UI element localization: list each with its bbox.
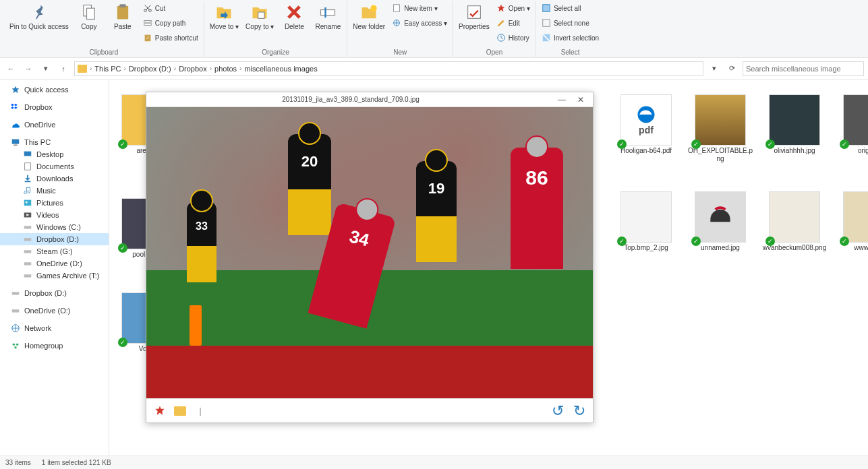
nav-documents[interactable]: Documents bbox=[0, 160, 109, 173]
rotate-cw-icon: ↻ bbox=[573, 402, 585, 420]
pin-icon bbox=[30, 3, 49, 22]
toolbar-star-button[interactable] bbox=[152, 403, 168, 419]
file-thumb[interactable]: ✓ unnamed.jpg bbox=[687, 191, 754, 252]
paste-shortcut-button[interactable]: Paste shortcut bbox=[142, 31, 200, 44]
nav-quick-access[interactable]: Quick access bbox=[0, 84, 109, 96]
jersey-number: 20 bbox=[301, 153, 318, 170]
refresh-icon: ⟳ bbox=[729, 64, 735, 72]
rotate-ccw-button[interactable]: ↺ bbox=[550, 403, 566, 419]
history-button[interactable]: History bbox=[495, 31, 531, 44]
pc-icon bbox=[11, 137, 20, 147]
file-thumb[interactable]: ✓ oliviahhhh.jpg bbox=[761, 94, 828, 155]
jersey-number: 33 bbox=[196, 220, 208, 232]
svg-point-36 bbox=[16, 344, 19, 346]
file-thumb[interactable]: ✓ original bbox=[835, 94, 868, 155]
crumb-dropbox[interactable]: Dropbox bbox=[179, 65, 207, 73]
crumb-this-pc[interactable]: This PC bbox=[94, 65, 121, 73]
drive-icon bbox=[23, 271, 32, 280]
nav-downloads[interactable]: Downloads bbox=[0, 173, 109, 185]
nav-videos[interactable]: Videos bbox=[0, 209, 109, 221]
sync-badge-icon: ✓ bbox=[765, 237, 775, 246]
svg-rect-9 bbox=[258, 12, 264, 18]
minimize-button[interactable]: — bbox=[552, 95, 571, 104]
drive-icon bbox=[11, 288, 20, 298]
file-thumb[interactable]: ✓ OH_EXPLOITABLE.png bbox=[687, 94, 754, 163]
copy-to-button[interactable]: Copy to ▾ bbox=[244, 1, 275, 44]
nav-this-pc[interactable]: This PC bbox=[0, 136, 109, 148]
search-input[interactable] bbox=[746, 65, 861, 73]
svg-rect-21 bbox=[13, 145, 17, 146]
file-thumb-pdf[interactable]: pdf ✓ Hooligan-b64.pdf bbox=[612, 94, 680, 155]
nav-desktop[interactable]: Desktop bbox=[0, 148, 109, 160]
new-item-button[interactable]: New item ▾ bbox=[390, 1, 449, 15]
file-thumb[interactable]: ✓ Top.bmp_2.jpg bbox=[612, 191, 680, 252]
close-button[interactable]: ✕ bbox=[571, 95, 590, 104]
nav-onedrive[interactable]: OneDrive bbox=[0, 119, 109, 131]
svg-rect-7 bbox=[144, 24, 152, 26]
cut-button[interactable]: Cut bbox=[142, 1, 200, 15]
nav-onedrive-o[interactable]: OneDrive (O:) bbox=[0, 305, 109, 317]
toolbar-folder-button[interactable] bbox=[172, 403, 188, 419]
delete-button[interactable]: Delete bbox=[279, 1, 309, 44]
up-button[interactable]: ↑ bbox=[57, 62, 70, 75]
nav-dropbox[interactable]: Dropbox bbox=[0, 101, 109, 113]
svg-rect-17 bbox=[543, 5, 550, 12]
move-to-button[interactable]: Move to ▾ bbox=[208, 1, 240, 44]
preview-titlebar[interactable]: 20131019_jla_av3_389.0_standard_709.0.jp… bbox=[146, 92, 593, 107]
crumb-misc[interactable]: miscellaneous images bbox=[244, 65, 317, 73]
rotate-cw-button[interactable]: ↻ bbox=[571, 403, 587, 419]
address-bar[interactable]: › This PC › Dropbox (D:) › Dropbox › pho… bbox=[74, 61, 703, 76]
svg-point-37 bbox=[14, 346, 17, 349]
paste-icon bbox=[113, 3, 132, 22]
nav-drive-g[interactable]: Steam (G:) bbox=[0, 245, 109, 257]
open-button[interactable]: Open ▾ bbox=[495, 1, 531, 15]
nav-drive-t[interactable]: Games Archive (T:) bbox=[0, 270, 109, 282]
search-box[interactable] bbox=[743, 61, 864, 76]
copy-button[interactable]: Copy bbox=[74, 1, 104, 44]
nav-network[interactable]: Network bbox=[0, 322, 109, 334]
svg-rect-15 bbox=[468, 6, 481, 19]
svg-rect-11 bbox=[325, 7, 326, 18]
ribbon: Pin to Quick access Copy Paste Cut Copy … bbox=[0, 0, 868, 58]
file-thumb[interactable]: ✓ www.b3ta bbox=[835, 191, 868, 252]
rename-button[interactable]: Rename bbox=[313, 1, 343, 44]
svg-rect-23 bbox=[25, 163, 31, 170]
forward-button[interactable]: → bbox=[22, 62, 35, 75]
refresh-button[interactable]: ⟳ bbox=[725, 64, 739, 73]
jersey-number: 19 bbox=[428, 180, 444, 197]
easy-access-button[interactable]: Easy access ▾ bbox=[390, 16, 449, 30]
select-all-button[interactable]: Select all bbox=[540, 1, 600, 15]
nav-drive-c[interactable]: Windows (C:) bbox=[0, 221, 109, 233]
crumb-dropbox-d[interactable]: Dropbox (D:) bbox=[129, 65, 171, 73]
select-none-button[interactable]: Select none bbox=[540, 16, 600, 30]
recent-dropdown[interactable]: ▾ bbox=[39, 62, 53, 75]
nav-pictures[interactable]: Pictures bbox=[0, 197, 109, 209]
svg-rect-24 bbox=[24, 200, 32, 206]
crumb-photos[interactable]: photos bbox=[214, 65, 237, 73]
edit-button[interactable]: Edit bbox=[495, 16, 531, 30]
nav-dropbox-d2[interactable]: Dropbox (D:) bbox=[0, 287, 109, 299]
select-all-icon bbox=[542, 3, 551, 13]
ribbon-group-select: Select all Select none Invert selection … bbox=[536, 1, 604, 57]
address-row: ← → ▾ ↑ › This PC › Dropbox (D:) › Dropb… bbox=[0, 58, 868, 80]
nav-pane: Quick access Dropbox OneDrive This PC De… bbox=[0, 80, 109, 456]
paste-button[interactable]: Paste bbox=[108, 1, 138, 44]
nav-drive-d[interactable]: Dropbox (D:) bbox=[0, 233, 109, 245]
network-icon bbox=[11, 323, 20, 333]
nav-music[interactable]: Music bbox=[0, 185, 109, 197]
ribbon-group-open: Properties Open ▾ Edit History Open bbox=[453, 1, 536, 57]
address-dropdown[interactable]: ▾ bbox=[707, 62, 721, 75]
back-button[interactable]: ← bbox=[4, 62, 18, 75]
copy-path-button[interactable]: Copy path bbox=[142, 16, 200, 30]
pin-to-quick-access-button[interactable]: Pin to Quick access bbox=[8, 1, 70, 44]
nav-homegroup[interactable]: Homegroup bbox=[0, 340, 109, 352]
pictures-icon bbox=[23, 198, 32, 208]
invert-selection-button[interactable]: Invert selection bbox=[540, 31, 600, 44]
new-folder-button[interactable]: New folder bbox=[351, 1, 386, 44]
videos-icon bbox=[23, 210, 32, 220]
file-thumb[interactable]: ✓ wvanbeckum008.png bbox=[761, 191, 828, 252]
invert-selection-icon bbox=[542, 33, 551, 42]
drive-icon bbox=[11, 306, 20, 315]
nav-drive-onedrive[interactable]: OneDrive (D:) bbox=[0, 257, 109, 270]
properties-button[interactable]: Properties bbox=[457, 1, 491, 44]
